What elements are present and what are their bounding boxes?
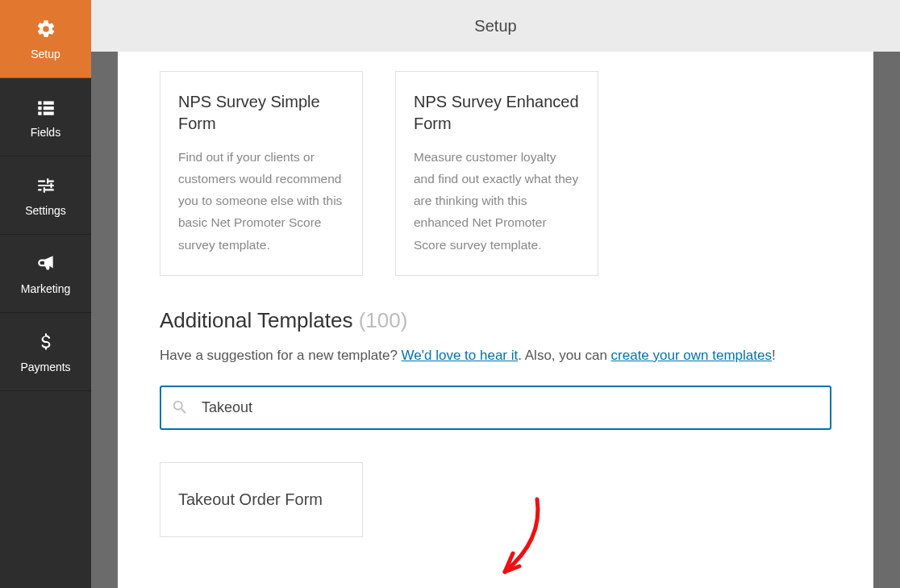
- dollar-icon: [34, 330, 58, 354]
- template-card-title: NPS Survey Simple Form: [178, 91, 344, 135]
- template-card-desc: Measure customer loyalty and find out ex…: [414, 146, 580, 256]
- sidebar-item-fields[interactable]: Fields: [0, 78, 91, 156]
- sidebar-item-label: Fields: [31, 126, 60, 139]
- template-cards: NPS Survey Simple Form Find out if your …: [160, 71, 831, 276]
- sidebar-item-label: Marketing: [21, 282, 70, 295]
- template-card-desc: Find out if your clients or customers wo…: [178, 146, 344, 256]
- template-card-nps-enhanced[interactable]: NPS Survey Enhanced Form Measure custome…: [395, 71, 598, 276]
- sidebar-item-label: Settings: [25, 204, 66, 217]
- heading-text: Additional Templates: [160, 308, 352, 332]
- template-card-title: Takeout Order Form: [178, 490, 344, 509]
- additional-templates-heading: Additional Templates (100): [160, 308, 831, 333]
- sidebar-item-setup[interactable]: Setup: [0, 0, 91, 78]
- template-card-title: NPS Survey Enhanced Form: [414, 91, 580, 135]
- sidebar: Setup Fields Settings Marketing Payments: [0, 0, 91, 588]
- search-input[interactable]: [160, 386, 831, 430]
- page-title: Setup: [474, 17, 516, 35]
- template-card-takeout-order[interactable]: Takeout Order Form: [160, 462, 363, 537]
- suggestion-text: Have a suggestion for a new template? We…: [160, 344, 831, 368]
- gear-icon: [34, 17, 58, 41]
- bullhorn-icon: [34, 252, 58, 276]
- template-count: (100): [359, 308, 408, 332]
- suggestion-link-feedback[interactable]: We'd love to hear it: [402, 348, 519, 363]
- search-icon: [171, 398, 189, 416]
- content-outer: NPS Survey Simple Form Find out if your …: [91, 52, 900, 588]
- sidebar-item-marketing[interactable]: Marketing: [0, 235, 91, 313]
- template-search: [160, 386, 831, 430]
- list-icon: [34, 95, 58, 119]
- sliders-icon: [34, 173, 58, 198]
- sidebar-item-label: Payments: [20, 361, 70, 373]
- sidebar-item-payments[interactable]: Payments: [0, 313, 91, 391]
- sidebar-item-label: Setup: [31, 48, 60, 60]
- main: Setup NPS Survey Simple Form Find out if…: [91, 0, 900, 588]
- suggestion-link-create[interactable]: create your own templates: [611, 348, 772, 363]
- content: NPS Survey Simple Form Find out if your …: [118, 52, 873, 588]
- template-card-nps-simple[interactable]: NPS Survey Simple Form Find out if your …: [160, 71, 363, 276]
- sidebar-item-settings[interactable]: Settings: [0, 156, 91, 235]
- annotation-arrow-icon: [489, 495, 569, 588]
- topbar: Setup: [91, 0, 900, 52]
